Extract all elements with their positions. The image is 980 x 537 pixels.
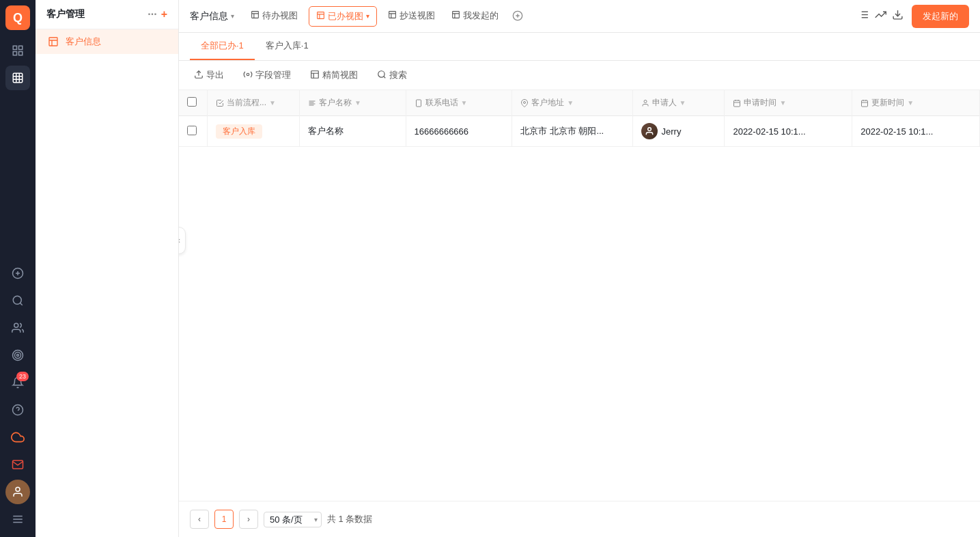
th-update-time[interactable]: 更新时间 ▼ (852, 90, 980, 116)
th-checkbox (179, 90, 208, 116)
svg-rect-0 (13, 46, 16, 49)
chart-icon[interactable] (875, 9, 886, 23)
subtab-all[interactable]: 全部已办·1 (190, 33, 255, 60)
th-applicant-label: 申请人 (652, 97, 677, 109)
page-1-button[interactable]: 1 (214, 510, 234, 529)
svg-point-33 (378, 70, 384, 77)
subtabs: 全部已办·1 客户入库·1 (179, 33, 980, 61)
th-flow[interactable]: 当前流程... ▼ (208, 90, 300, 116)
svg-rect-1 (19, 46, 23, 49)
th-applicant-sort[interactable]: ▼ (680, 99, 686, 107)
svg-rect-2 (13, 52, 16, 55)
sidebar-icon-mail[interactable] (5, 452, 30, 477)
collapse-icon: ‹ (179, 236, 180, 245)
tab-pending[interactable]: 待办视图 (242, 0, 306, 33)
export-button[interactable]: 导出 (190, 66, 228, 84)
th-apply-time[interactable]: 申请时间 ▼ (725, 90, 852, 116)
simple-view-icon (310, 70, 320, 81)
th-phone-label: 联系电话 (425, 97, 458, 109)
app-logo[interactable]: Q (5, 5, 30, 30)
th-name-sort[interactable]: ▼ (354, 99, 361, 107)
tab-initiated-icon (451, 10, 460, 21)
tab-add[interactable] (507, 0, 529, 33)
th-update-time-label: 更新时间 (871, 97, 904, 109)
start-new-button[interactable]: 发起新的 (912, 5, 969, 28)
row-phone: 16666666666 (406, 116, 512, 147)
svg-point-13 (16, 487, 20, 491)
sidebar-icon-grid[interactable] (5, 66, 30, 90)
row-name: 客户名称 (299, 116, 406, 147)
sidebar-icon-home[interactable] (5, 38, 30, 63)
th-flow-sort[interactable]: ▼ (269, 99, 276, 107)
sidebar-icon-expand[interactable] (5, 507, 30, 532)
list-view-icon[interactable] (858, 9, 869, 23)
tab-copy[interactable]: 抄送视图 (380, 0, 443, 33)
subtab-customer-entry[interactable]: 客户入库·1 (255, 33, 320, 60)
sidebar-nav-add-icon[interactable]: + (161, 8, 167, 20)
export-toolbar-icon (194, 70, 204, 81)
table-row[interactable]: 客户入库 客户名称 16666666666 北京市 北京市 朝阳... Jerr… (179, 116, 980, 147)
sidebar-icon-users[interactable] (5, 316, 30, 340)
collapse-button[interactable]: ‹ (179, 227, 186, 254)
topbar-breadcrumb[interactable]: 客户信息 ▾ (190, 10, 234, 23)
tab-done-icon (316, 11, 325, 22)
sidebar-nav-more-icon[interactable]: ··· (148, 8, 156, 20)
select-all-checkbox[interactable] (187, 97, 197, 107)
breadcrumb-caret-icon: ▾ (231, 12, 234, 20)
collapse-handle[interactable]: ‹ (179, 227, 186, 254)
tab-pending-icon (251, 10, 260, 21)
svg-rect-3 (19, 52, 23, 55)
th-phone-sort[interactable]: ▼ (461, 99, 468, 107)
field-mgmt-button[interactable]: 字段管理 (239, 66, 295, 84)
sidebar-icon-target[interactable] (5, 343, 30, 368)
sidebar-icon-search[interactable] (5, 288, 30, 313)
sidebar-icon-cloud[interactable] (5, 425, 30, 450)
customer-info-icon (46, 35, 60, 49)
th-name-label: 客户名称 (319, 97, 352, 109)
export-icon[interactable] (892, 9, 904, 23)
row-update-time: 2022-02-15 10:1... (852, 116, 980, 147)
applicant-name: Jerry (662, 126, 682, 137)
tab-initiated[interactable]: 我发起的 (443, 0, 507, 33)
th-update-time-sort[interactable]: ▼ (907, 99, 914, 107)
tab-pending-label: 待办视图 (262, 10, 298, 22)
simple-view-button[interactable]: 精简视图 (306, 66, 362, 84)
th-address[interactable]: 客户地址 ▼ (512, 90, 632, 116)
svg-rect-21 (453, 11, 460, 18)
th-address-sort[interactable]: ▼ (567, 99, 574, 107)
sidebar-avatar[interactable] (5, 480, 30, 504)
table-header-row: 当前流程... ▼ 客户名称 ▼ 联 (179, 90, 980, 116)
sidebar-icon-bell[interactable]: 23 (5, 370, 30, 395)
svg-rect-18 (252, 11, 259, 18)
th-applicant[interactable]: 申请人 ▼ (632, 90, 725, 116)
export-label: 导出 (206, 69, 224, 81)
th-address-label: 客户地址 (531, 97, 564, 109)
sidebar-nav-header: 客户管理 ··· + (36, 0, 178, 29)
next-page-button[interactable]: › (239, 510, 258, 529)
bell-badge: 23 (16, 372, 29, 381)
th-name[interactable]: 客户名称 ▼ (299, 90, 406, 116)
table-container: 当前流程... ▼ 客户名称 ▼ 联 (179, 90, 980, 501)
sidebar-icon-add[interactable] (5, 261, 30, 286)
tab-done[interactable]: 已办视图 ▾ (309, 6, 377, 27)
sidebar-item-customer-info[interactable]: 客户信息 (36, 29, 178, 54)
table-body: 客户入库 客户名称 16666666666 北京市 北京市 朝阳... Jerr… (179, 116, 980, 147)
field-mgmt-icon (243, 70, 253, 81)
page-size-select[interactable]: 50 条/页 10 条/页 20 条/页 100 条/页 (264, 512, 322, 527)
svg-point-10 (17, 355, 19, 357)
search-label: 搜索 (389, 69, 407, 81)
row-address: 北京市 北京市 朝阳... (512, 116, 632, 147)
prev-page-button[interactable]: ‹ (190, 510, 209, 529)
svg-point-31 (247, 73, 249, 76)
sidebar-nav: 客户管理 ··· + 客户信息 (36, 0, 179, 537)
field-mgmt-label: 字段管理 (255, 69, 291, 81)
row-checkbox[interactable] (187, 126, 197, 135)
th-phone[interactable]: 联系电话 ▼ (406, 90, 512, 116)
svg-point-41 (644, 100, 647, 102)
pagination: ‹ 1 › 50 条/页 10 条/页 20 条/页 100 条/页 共 1 条… (179, 501, 980, 537)
svg-rect-32 (311, 70, 319, 78)
th-apply-time-sort[interactable]: ▼ (779, 99, 786, 107)
search-button[interactable]: 搜索 (373, 66, 411, 84)
sidebar-icon-help[interactable] (5, 398, 30, 422)
sidebar-dark: Q 23 (0, 0, 36, 537)
